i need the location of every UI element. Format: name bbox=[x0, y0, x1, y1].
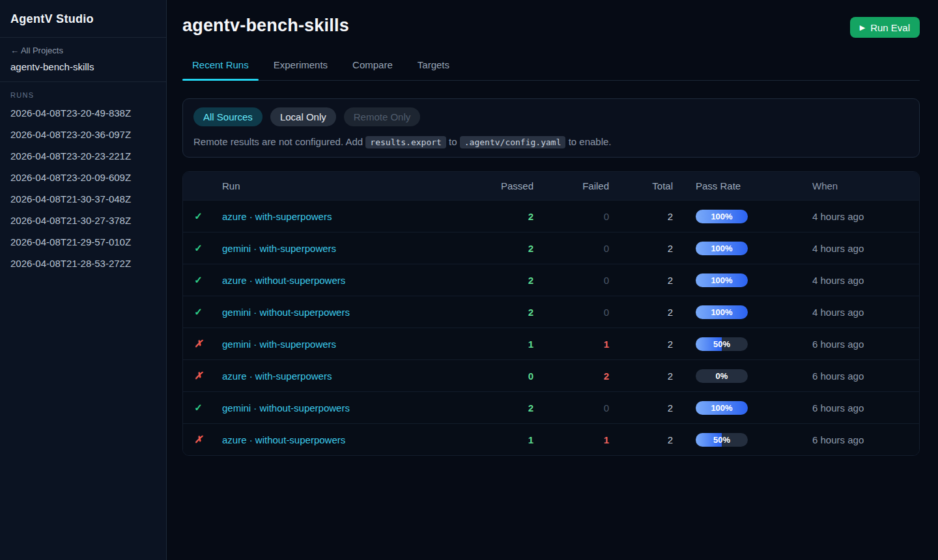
failed-count: 0 bbox=[533, 211, 609, 222]
total-count: 2 bbox=[609, 243, 673, 254]
sidebar-run-item[interactable]: 2026-04-08T21-30-27-378Z bbox=[0, 210, 166, 231]
chip-remote-only[interactable]: Remote Only bbox=[344, 107, 421, 126]
sidebar-run-item[interactable]: 2026-04-08T21-29-57-010Z bbox=[0, 231, 166, 253]
failed-column-header: Failed bbox=[533, 180, 609, 191]
sidebar-project-section: ← All Projects agentv-bench-skills bbox=[0, 38, 166, 82]
run-link[interactable]: azure · without-superpowers bbox=[222, 434, 345, 445]
total-count: 2 bbox=[609, 339, 673, 350]
sidebar-run-item[interactable]: 2026-04-08T21-30-37-048Z bbox=[0, 188, 166, 210]
check-icon: ✓ bbox=[194, 242, 203, 253]
run-link[interactable]: azure · with-superpowers bbox=[222, 371, 332, 382]
passed-count: 2 bbox=[455, 243, 533, 254]
notice-suffix: to enable. bbox=[565, 136, 611, 147]
pass-rate-label: 100% bbox=[696, 273, 748, 287]
pass-rate-label: 100% bbox=[696, 242, 748, 255]
total-count: 2 bbox=[609, 371, 673, 382]
run-eval-label: Run Eval bbox=[870, 22, 910, 33]
sidebar-run-item[interactable]: 2026-04-08T23-20-36-097Z bbox=[0, 124, 166, 145]
total-count: 2 bbox=[609, 402, 673, 413]
pass-rate-label: 50% bbox=[696, 433, 748, 447]
run-link[interactable]: gemini · with-superpowers bbox=[222, 243, 336, 254]
table-header-row: Run Passed Failed Total Pass Rate When bbox=[183, 172, 919, 200]
sidebar: AgentV Studio ← All Projects agentv-benc… bbox=[0, 0, 167, 560]
code-config-yaml: .agentv/config.yaml bbox=[460, 136, 566, 148]
tab-targets[interactable]: Targets bbox=[408, 59, 459, 80]
x-icon: ✗ bbox=[194, 338, 203, 349]
total-count: 2 bbox=[609, 211, 673, 222]
runs-table: Run Passed Failed Total Pass Rate When ✓… bbox=[182, 171, 920, 456]
passed-count: 2 bbox=[455, 307, 533, 318]
passed-count: 2 bbox=[455, 275, 533, 286]
source-filter-chips: All SourcesLocal OnlyRemote Only bbox=[193, 107, 909, 126]
when-cell: 4 hours ago bbox=[803, 243, 919, 254]
pass-rate-badge: 100% bbox=[696, 273, 748, 287]
chip-local-only[interactable]: Local Only bbox=[270, 107, 336, 126]
when-cell: 4 hours ago bbox=[803, 307, 919, 318]
passed-count: 2 bbox=[455, 211, 533, 222]
pass-rate-badge: 100% bbox=[696, 242, 748, 255]
tab-compare[interactable]: Compare bbox=[343, 59, 403, 80]
total-count: 2 bbox=[609, 307, 673, 318]
total-column-header: Total bbox=[609, 180, 673, 191]
when-cell: 4 hours ago bbox=[803, 211, 919, 222]
passed-count: 1 bbox=[455, 434, 533, 445]
table-body: ✓ azure · with-superpowers 2 0 2 100% 4 … bbox=[183, 200, 919, 455]
chip-all-sources[interactable]: All Sources bbox=[193, 107, 263, 126]
total-count: 2 bbox=[609, 434, 673, 445]
code-results-export: results.export bbox=[365, 136, 446, 148]
table-row: ✗ gemini · with-superpowers 1 1 2 50% 6 … bbox=[183, 328, 919, 359]
sidebar-run-item[interactable]: 2026-04-08T23-20-23-221Z bbox=[0, 145, 166, 167]
pass-rate-label: 0% bbox=[696, 369, 748, 383]
main-content: agentv-bench-skills ▶ Run Eval Recent Ru… bbox=[167, 0, 938, 560]
runs-section-label: RUNS bbox=[0, 82, 166, 102]
notice-prefix: Remote results are not configured. Add bbox=[193, 136, 365, 147]
table-row: ✓ azure · without-superpowers 2 0 2 100%… bbox=[183, 264, 919, 296]
sidebar-header: AgentV Studio bbox=[0, 0, 166, 38]
pass-rate-badge: 50% bbox=[696, 433, 748, 447]
pass-rate-label: 100% bbox=[696, 305, 748, 319]
app-title: AgentV Studio bbox=[10, 12, 156, 26]
failed-count: 0 bbox=[533, 307, 609, 318]
table-row: ✓ gemini · without-superpowers 2 0 2 100… bbox=[183, 391, 919, 423]
page-title: agentv-bench-skills bbox=[182, 16, 349, 36]
table-row: ✓ gemini · with-superpowers 2 0 2 100% 4… bbox=[183, 232, 919, 264]
x-icon: ✗ bbox=[194, 434, 203, 445]
passed-column-header: Passed bbox=[455, 180, 533, 191]
tab-bar: Recent RunsExperimentsCompareTargets bbox=[182, 59, 920, 81]
check-icon: ✓ bbox=[194, 402, 203, 413]
run-link[interactable]: azure · with-superpowers bbox=[222, 211, 332, 222]
failed-count: 1 bbox=[533, 434, 609, 445]
when-cell: 4 hours ago bbox=[803, 275, 919, 286]
run-link[interactable]: gemini · without-superpowers bbox=[222, 402, 350, 413]
run-link[interactable]: gemini · with-superpowers bbox=[222, 339, 336, 350]
when-cell: 6 hours ago bbox=[803, 371, 919, 382]
pass-rate-label: 50% bbox=[696, 337, 748, 351]
table-row: ✗ azure · with-superpowers 0 2 2 0% 6 ho… bbox=[183, 359, 919, 391]
pass-rate-badge: 100% bbox=[696, 401, 748, 415]
all-projects-back-link[interactable]: ← All Projects bbox=[10, 46, 156, 55]
run-eval-button[interactable]: ▶ Run Eval bbox=[850, 17, 920, 38]
sidebar-project-name: agentv-bench-skills bbox=[10, 61, 156, 72]
failed-count: 0 bbox=[533, 402, 609, 413]
passed-count: 0 bbox=[455, 371, 533, 382]
run-link[interactable]: azure · without-superpowers bbox=[222, 275, 345, 286]
x-icon: ✗ bbox=[194, 370, 203, 381]
tab-recent-runs[interactable]: Recent Runs bbox=[182, 59, 259, 80]
pass-rate-badge: 0% bbox=[696, 369, 748, 383]
tab-experiments[interactable]: Experiments bbox=[264, 59, 337, 80]
play-icon: ▶ bbox=[860, 24, 865, 31]
passed-count: 1 bbox=[455, 339, 533, 350]
run-link[interactable]: gemini · without-superpowers bbox=[222, 307, 350, 318]
source-filter-card: All SourcesLocal OnlyRemote Only Remote … bbox=[182, 98, 920, 158]
sidebar-runs-list: 2026-04-08T23-20-49-838Z2026-04-08T23-20… bbox=[0, 102, 166, 274]
sidebar-run-item[interactable]: 2026-04-08T23-20-09-609Z bbox=[0, 167, 166, 188]
sidebar-run-item[interactable]: 2026-04-08T23-20-49-838Z bbox=[0, 102, 166, 124]
when-column-header: When bbox=[803, 180, 919, 191]
remote-results-notice: Remote results are not configured. Add r… bbox=[193, 136, 909, 147]
when-cell: 6 hours ago bbox=[803, 434, 919, 445]
check-icon: ✓ bbox=[194, 274, 203, 285]
sidebar-run-item[interactable]: 2026-04-08T21-28-53-272Z bbox=[0, 253, 166, 274]
pass-rate-label: 100% bbox=[696, 210, 748, 223]
pass-rate-badge: 100% bbox=[696, 305, 748, 319]
pass-rate-column-header: Pass Rate bbox=[673, 180, 803, 191]
